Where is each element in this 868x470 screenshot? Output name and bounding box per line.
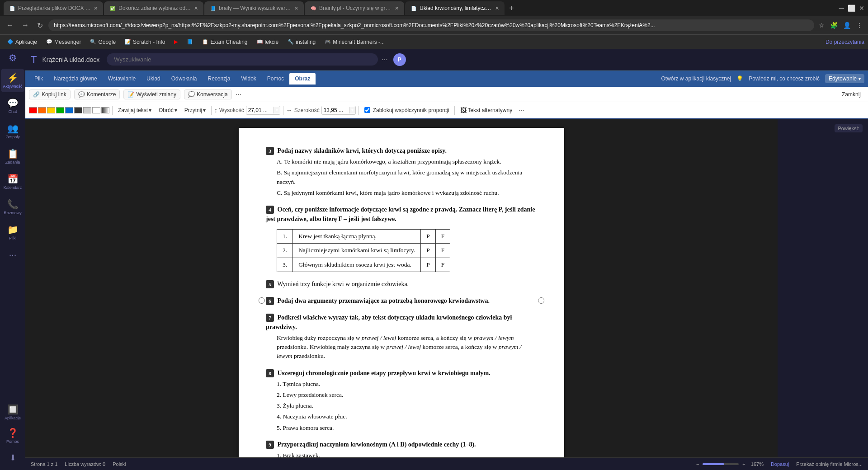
sidebar-download-icon[interactable]: ⬇ (9, 453, 16, 462)
sidebar-item-teams[interactable]: 👥 Zespoły (1, 119, 24, 143)
bookmark-instaling[interactable]: 🔧 instaling (284, 38, 319, 47)
height-chevron[interactable]: ▾ (274, 107, 280, 113)
color-swatch-dark[interactable] (74, 107, 82, 113)
comments-button[interactable]: 💬 Komentarze (74, 89, 120, 99)
tab-wstawianie[interactable]: Wstawianie (103, 73, 141, 85)
tab-2-close[interactable]: ✕ (194, 5, 198, 11)
more-ribbon-icon[interactable]: ··· (236, 90, 241, 99)
sidebar-item-help[interactable]: ❓ Pomoc (1, 424, 24, 447)
bookmark-minecraft[interactable]: 🎮 Minecraft Banners -... (321, 38, 388, 47)
refresh-button[interactable]: ↻ (34, 19, 46, 32)
zoom-out-button[interactable]: − (696, 461, 699, 467)
tab-pomoc[interactable]: Pomoc (262, 73, 289, 85)
bookmark-scratch[interactable]: 📝 Scratch - Info (121, 38, 169, 47)
back-button[interactable]: ← (4, 19, 16, 31)
comments-icon: 💬 (78, 91, 85, 98)
help-icon: ❓ (7, 428, 19, 438)
star-icon[interactable]: ☆ (817, 20, 826, 31)
bookmark-aplikacje[interactable]: 🔷 Aplikacje (4, 38, 41, 47)
do-przeczytania-link[interactable]: Do przeczytania (826, 39, 864, 45)
sidebar-item-calendar[interactable]: 📅 Kalendarz (1, 170, 24, 193)
q6-number: 6 (266, 297, 274, 305)
document-scroll[interactable]: 3 Podaj nazwy składników krwi, których d… (25, 119, 778, 457)
tab-uklad[interactable]: Układ (141, 73, 166, 85)
extensions-icon[interactable]: 🧩 (828, 20, 840, 31)
width-chevron[interactable]: ▾ (349, 107, 355, 113)
tab-odwolania[interactable]: Odwołania (166, 73, 203, 85)
q9-item-1: 1. Brak zastawek. (277, 451, 537, 457)
editing-dropdown[interactable]: Edytowanie ▾ (825, 74, 864, 83)
sidebar-item-chat[interactable]: 💬 Chat (1, 94, 24, 118)
close-button[interactable]: Zamknij (838, 90, 864, 99)
show-changes-button[interactable]: 📝 Wyświetl zmiany (123, 89, 180, 99)
height-input[interactable] (246, 106, 274, 114)
sidebar-item-activity[interactable]: ⚡ Aktywność (1, 69, 24, 92)
bookmark-lekcie[interactable]: 📖 lekcie (253, 38, 283, 47)
feedback-link[interactable]: Przekaż opinię firmie Micros... (796, 461, 863, 467)
tab-recenzja[interactable]: Recenzja (202, 73, 236, 85)
zoom-bar[interactable] (703, 463, 739, 465)
sidebar-item-apps[interactable]: 🔲 Aplikacje (1, 400, 24, 424)
tell-me-label[interactable]: Powiedz mi, co chcesz zrobić (749, 75, 820, 82)
zoom-in-button[interactable]: + (742, 461, 745, 467)
close-window-button[interactable]: ✕ (859, 5, 864, 12)
settings-icon[interactable]: ⋮ (854, 20, 864, 31)
color-swatch-yellow[interactable] (47, 107, 55, 113)
open-classic-button[interactable]: Otwórz w aplikacji klasycznej (661, 75, 731, 82)
minimize-button[interactable]: ─ (839, 4, 844, 12)
sidebar-more-icon[interactable]: ··· (9, 249, 17, 259)
sidebar-item-tasks[interactable]: 📋 Zadania (1, 145, 24, 168)
color-swatch-gradient[interactable] (101, 107, 109, 113)
restore-button[interactable]: ⬜ (848, 5, 855, 12)
bookmark-exam-cheating[interactable]: 📋 Exam Cheating (198, 38, 251, 47)
bring-forward-button[interactable]: Przytnij ▾ (182, 106, 208, 115)
lock-ratio-item[interactable]: Zablokuj współczynnik proporcji (362, 106, 452, 115)
tab-widok[interactable]: Widok (236, 73, 262, 85)
conversation-button[interactable]: 💭 Konwersacja (184, 89, 232, 99)
color-swatch-green[interactable] (56, 107, 64, 113)
color-swatch-red[interactable] (29, 107, 37, 113)
bookmark-google[interactable]: 🔍 Google (86, 38, 119, 47)
search-input[interactable] (107, 53, 378, 66)
more-options-icon[interactable]: ··· (382, 56, 387, 64)
navigation-bar: ← → ↻ ☆ 🧩 👤 ⋮ (0, 16, 868, 34)
color-swatch-white[interactable] (92, 107, 100, 113)
tab-narzedzia[interactable]: Narzędzia główne (48, 73, 102, 85)
copy-link-button[interactable]: 🔗 Kopiuj link (29, 89, 71, 99)
rotate-button[interactable]: Obróć ▾ (156, 106, 180, 115)
zoom-popup[interactable]: Powięksż (835, 124, 863, 132)
profile-icon[interactable]: 👤 (841, 20, 853, 31)
fit-page-button[interactable]: Dopasuj (771, 461, 789, 467)
tab-plik[interactable]: Plik (29, 73, 48, 85)
tab-obraz[interactable]: Obraz (289, 73, 316, 85)
color-swatch-orange[interactable] (38, 107, 46, 113)
tab-2[interactable]: ✅ Dokończ zdanie wybiesz odpo... ✕ (104, 1, 203, 15)
tab-4[interactable]: 🧠 Brainly.pl - Uczymy się w grupie ✕ (305, 1, 404, 15)
more-toolbar-icon[interactable]: ··· (519, 106, 524, 114)
resize-handle-right[interactable] (538, 297, 544, 304)
color-swatch-blue[interactable] (65, 107, 73, 113)
sidebar-item-calls[interactable]: 📞 Rozmowy (1, 195, 24, 219)
word-ribbon: Plik Narzędzia główne Wstawianie Układ O… (25, 70, 868, 119)
bookmark-youtube[interactable]: ▶ (170, 38, 181, 46)
tab-3[interactable]: 📘 braily — Wyniki wyszukiwarki Ya... ✕ (204, 1, 304, 15)
tab-3-close[interactable]: ✕ (294, 5, 298, 11)
tab-4-close[interactable]: ✕ (395, 5, 399, 11)
tab-5-close[interactable]: ✕ (495, 5, 499, 11)
forward-button[interactable]: → (19, 19, 32, 31)
bookmark-b1[interactable]: 📘 (183, 38, 197, 46)
wrap-text-button[interactable]: Zawijaj tekst ▾ (115, 106, 154, 115)
bookmark-messenger[interactable]: 💬 Messenger (42, 38, 85, 47)
resize-handle-left[interactable] (259, 297, 265, 304)
sidebar-item-files[interactable]: 📁 Pliki (1, 221, 24, 244)
tab-5[interactable]: 📄 Układ krwionośny, limfatyczny i ... ✕ (405, 1, 505, 15)
width-input[interactable] (322, 106, 349, 114)
tab-1[interactable]: 📄 Przeglądarka plików DOCX | Mi... ✕ (4, 1, 103, 15)
color-swatch-light[interactable] (83, 107, 91, 113)
lock-ratio-checkbox[interactable] (364, 107, 370, 113)
address-bar[interactable] (48, 19, 814, 31)
tab-1-close[interactable]: ✕ (94, 5, 98, 11)
alt-text-button[interactable]: 🖼 Tekst alternatywny (458, 105, 515, 115)
user-avatar[interactable]: P (393, 53, 406, 66)
new-tab-button[interactable]: + (505, 4, 518, 13)
